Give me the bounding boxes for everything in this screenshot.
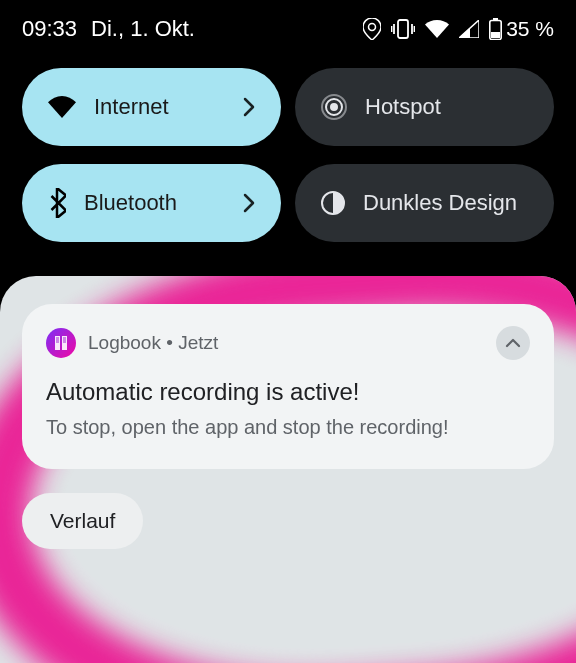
notification-card[interactable]: Logbook • Jetzt Automatic recording is a… [22, 304, 554, 469]
chevron-right-icon [243, 97, 255, 117]
wifi-icon [48, 96, 76, 118]
notification-shade: Logbook • Jetzt Automatic recording is a… [0, 276, 576, 663]
notification-collapse-button[interactable] [496, 326, 530, 360]
qs-tile-bluetooth[interactable]: Bluetooth [22, 164, 281, 242]
app-icon [46, 328, 76, 358]
qs-tile-hotspot[interactable]: Hotspot [295, 68, 554, 146]
qs-tile-label: Internet [94, 94, 225, 120]
status-left: 09:33 Di., 1. Okt. [22, 16, 195, 42]
qs-tile-label: Bluetooth [84, 190, 225, 216]
qs-tile-label: Dunkles Design [363, 190, 528, 216]
signal-icon [459, 20, 479, 38]
status-date: Di., 1. Okt. [91, 16, 195, 42]
qs-tile-label: Hotspot [365, 94, 528, 120]
notification-time: Jetzt [178, 332, 218, 353]
dark-mode-icon [321, 191, 345, 215]
history-button[interactable]: Verlauf [22, 493, 143, 549]
qs-tile-dark-mode[interactable]: Dunkles Design [295, 164, 554, 242]
qs-tile-internet[interactable]: Internet [22, 68, 281, 146]
notification-header: Logbook • Jetzt [46, 326, 530, 360]
svg-rect-3 [491, 32, 500, 38]
chevron-right-icon [243, 193, 255, 213]
notification-body: To stop, open the app and stop the recor… [46, 414, 530, 441]
notification-title: Automatic recording is active! [46, 378, 530, 406]
status-right: 35 % [363, 17, 554, 41]
notification-meta: Logbook • Jetzt [88, 332, 218, 354]
status-bar: 09:33 Di., 1. Okt. 35 % [0, 0, 576, 58]
battery-icon [489, 18, 502, 40]
wifi-icon [425, 20, 449, 38]
vibrate-icon [391, 19, 415, 39]
hotspot-icon [321, 94, 347, 120]
svg-rect-2 [493, 18, 498, 21]
location-icon [363, 18, 381, 40]
status-time: 09:33 [22, 16, 77, 42]
battery-percent: 35 % [506, 17, 554, 41]
svg-point-4 [331, 104, 337, 110]
bluetooth-icon [48, 188, 66, 218]
svg-rect-0 [398, 20, 408, 38]
battery-indicator: 35 % [489, 17, 554, 41]
quick-settings: Internet Hotspot Bluetooth Dunk [0, 58, 576, 290]
notification-app-name: Logbook [88, 332, 161, 353]
chevron-up-icon [505, 338, 521, 348]
